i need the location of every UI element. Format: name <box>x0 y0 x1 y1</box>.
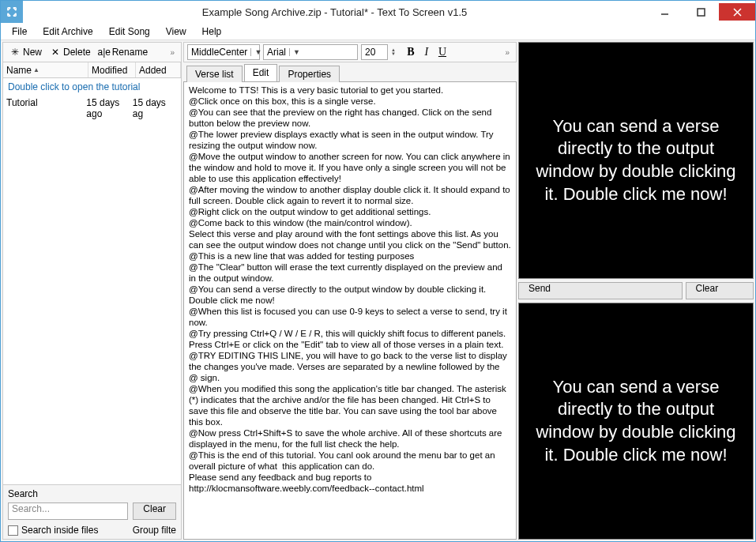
search-pane: Search Search... Clear Search inside fil… <box>2 485 182 540</box>
delete-button[interactable]: ✕Delete <box>47 45 94 59</box>
tab-edit[interactable]: Edit <box>244 64 278 81</box>
menubar: File Edit Archive Edit Song View Help <box>1 23 755 40</box>
center-pane: MiddleCenter▼ Arial▼ 20 ▲▼ B I U » Verse… <box>183 42 517 540</box>
svg-rect-0 <box>698 9 705 16</box>
bold-button[interactable]: B <box>404 45 418 59</box>
close-button[interactable] <box>719 3 755 21</box>
menu-edit-archive[interactable]: Edit Archive <box>35 24 100 39</box>
font-size-input[interactable]: 20 <box>361 44 388 60</box>
search-clear-button[interactable]: Clear <box>133 502 176 520</box>
toolbar-overflow-icon[interactable]: » <box>502 48 513 57</box>
tab-properties[interactable]: Properties <box>279 66 340 82</box>
col-name[interactable]: Name▲ <box>3 62 88 77</box>
font-select[interactable]: Arial▼ <box>263 44 358 60</box>
clear-button[interactable]: Clear <box>686 282 754 299</box>
underline-button[interactable]: U <box>435 45 449 59</box>
sort-asc-icon: ▲ <box>33 66 39 73</box>
rename-icon: a|e <box>99 47 110 58</box>
menu-view[interactable]: View <box>158 24 194 39</box>
right-pane: You can send a verse directly to the out… <box>518 42 754 540</box>
window-title: Example Song Archive.zip - Tutorial* - T… <box>23 6 646 18</box>
italic-button[interactable]: I <box>419 45 434 59</box>
col-added[interactable]: Added <box>136 62 181 77</box>
menu-help[interactable]: Help <box>194 24 230 39</box>
left-pane: ✳New ✕Delete a|eRename » Name▲ Modified … <box>2 42 182 540</box>
menu-file[interactable]: File <box>4 24 35 39</box>
preview-upper[interactable]: You can send a verse directly to the out… <box>518 42 754 279</box>
delete-icon: ✕ <box>50 47 61 58</box>
chevron-down-icon: ▼ <box>289 48 300 56</box>
list-header: Name▲ Modified Added <box>2 62 182 78</box>
new-button[interactable]: ✳New <box>6 45 45 59</box>
minimize-button[interactable] <box>646 3 683 21</box>
align-select[interactable]: MiddleCenter▼ <box>187 44 260 60</box>
search-title: Search <box>8 488 176 499</box>
tab-verse-list[interactable]: Verse list <box>186 66 243 82</box>
step-down-icon: ▼ <box>391 52 396 56</box>
search-inside-checkbox[interactable]: Search inside files <box>8 525 98 536</box>
font-toolbar: MiddleCenter▼ Arial▼ 20 ▲▼ B I U » <box>183 42 517 62</box>
checkbox-icon <box>8 525 18 536</box>
font-size-stepper[interactable]: ▲▼ <box>391 48 396 56</box>
new-icon: ✳ <box>9 47 21 58</box>
titlebar: Example Song Archive.zip - Tutorial* - T… <box>1 1 755 23</box>
rename-button[interactable]: a|eRename <box>96 45 151 59</box>
chevron-down-icon: ▼ <box>250 48 261 56</box>
toolbar-overflow-icon[interactable]: » <box>167 48 178 57</box>
song-list[interactable]: Double click to open the tutorial Tutori… <box>2 78 182 485</box>
tabstrip: Verse list Edit Properties <box>183 64 517 82</box>
list-item[interactable]: Tutorial 15 days ago 15 days ag <box>3 96 181 121</box>
maximize-button[interactable] <box>683 3 719 21</box>
menu-edit-song[interactable]: Edit Song <box>101 24 158 39</box>
archive-toolbar: ✳New ✕Delete a|eRename » <box>2 42 182 62</box>
search-input[interactable]: Search... <box>8 502 128 520</box>
list-banner: Double click to open the tutorial <box>3 78 181 96</box>
preview-lower[interactable]: You can send a verse directly to the out… <box>518 303 754 540</box>
editor-area[interactable]: Welcome to TTS! This is a very basic tut… <box>183 82 517 540</box>
app-window: Example Song Archive.zip - Tutorial* - T… <box>0 0 756 542</box>
app-icon <box>1 1 23 23</box>
group-filter-link[interactable]: Group filte <box>133 525 176 536</box>
editor-text: Welcome to TTS! This is a very basic tut… <box>184 82 516 496</box>
send-button[interactable]: Send <box>518 282 683 299</box>
col-modified[interactable]: Modified <box>88 62 136 77</box>
